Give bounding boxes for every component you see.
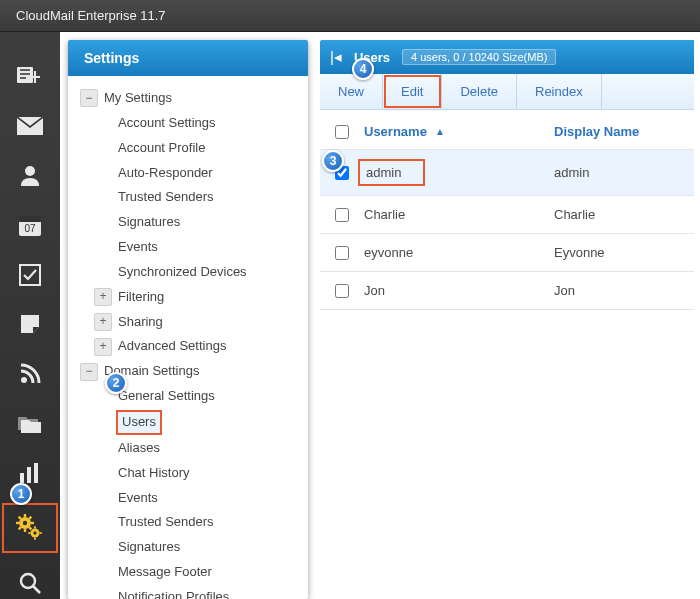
svg-line-20 <box>29 517 31 519</box>
svg-rect-6 <box>20 265 40 285</box>
svg-text:07: 07 <box>24 223 36 234</box>
cell-username: Charlie <box>364 207 554 222</box>
reindex-button[interactable]: Reindex <box>517 74 602 109</box>
main-panel: |◂ Users 4 users, 0 / 10240 Size(MB) New… <box>320 40 694 599</box>
table-row[interactable]: admin admin <box>320 150 694 196</box>
callout-4: 4 <box>352 58 374 80</box>
column-display-name[interactable]: Display Name <box>554 124 694 139</box>
tree-item-users[interactable]: Users <box>76 409 300 436</box>
svg-rect-8 <box>20 473 24 483</box>
notes-icon <box>19 313 41 335</box>
rail-contacts[interactable] <box>12 159 48 191</box>
cell-display-name: Eyvonne <box>554 245 694 260</box>
tree-item-advanced-settings[interactable]: +Advanced Settings <box>76 334 300 359</box>
table-row[interactable]: Charlie Charlie <box>320 196 694 234</box>
svg-line-17 <box>19 517 21 519</box>
tree-item-account-profile[interactable]: Account Profile <box>76 136 300 161</box>
svg-line-18 <box>29 527 31 529</box>
tree-item-filtering[interactable]: +Filtering <box>76 285 300 310</box>
cell-display-name: admin <box>554 165 694 180</box>
settings-tree: − My Settings Account Settings Account P… <box>68 76 308 599</box>
table-row[interactable]: eyvonne Eyvonne <box>320 234 694 272</box>
cell-display-name: Charlie <box>554 207 694 222</box>
rss-icon <box>19 363 41 385</box>
contacts-icon <box>19 164 41 186</box>
svg-rect-4 <box>19 216 41 222</box>
rail-tasks[interactable] <box>12 259 48 291</box>
app-titlebar: CloudMail Enterprise 11.7 <box>0 0 700 32</box>
rail-search[interactable] <box>12 567 48 599</box>
tree-item-chat-history[interactable]: Chat History <box>76 461 300 486</box>
sidebar-header: Settings <box>68 40 308 76</box>
tree-item-sharing[interactable]: +Sharing <box>76 310 300 335</box>
edit-button[interactable]: Edit <box>383 74 442 109</box>
mail-icon <box>17 117 43 135</box>
settings-icon <box>15 513 45 543</box>
expand-icon[interactable]: + <box>94 313 112 331</box>
svg-rect-9 <box>27 467 31 483</box>
row-checkbox[interactable] <box>335 208 349 222</box>
collapse-panel-icon[interactable]: |◂ <box>330 48 342 66</box>
tree-item-aliases[interactable]: Aliases <box>76 436 300 461</box>
app-title: CloudMail Enterprise 11.7 <box>16 8 166 23</box>
reports-icon <box>19 463 41 483</box>
filestorage-icon <box>18 414 42 434</box>
sort-asc-icon: ▲ <box>435 126 445 137</box>
tree-item-message-footer[interactable]: Message Footer <box>76 560 300 585</box>
main-header: |◂ Users 4 users, 0 / 10240 Size(MB) <box>320 40 694 74</box>
svg-line-19 <box>19 527 21 529</box>
svg-point-27 <box>21 574 35 588</box>
rail-compose[interactable] <box>12 60 48 92</box>
tree-section-label: My Settings <box>104 89 172 108</box>
svg-line-28 <box>33 586 40 593</box>
table-row[interactable]: Jon Jon <box>320 272 694 310</box>
svg-point-22 <box>33 532 36 535</box>
tree-item-account-settings[interactable]: Account Settings <box>76 111 300 136</box>
main-meta: 4 users, 0 / 10240 Size(MB) <box>402 49 556 65</box>
tree-item-notification-profiles[interactable]: Notification Profiles <box>76 585 300 599</box>
expand-icon[interactable]: + <box>94 288 112 306</box>
svg-point-12 <box>23 521 27 525</box>
cell-username: eyvonne <box>364 245 554 260</box>
search-icon <box>19 572 41 594</box>
svg-point-7 <box>21 377 27 383</box>
table-header: Username ▲ Display Name <box>320 110 694 150</box>
row-checkbox[interactable] <box>335 246 349 260</box>
callout-2: 2 <box>105 372 127 394</box>
column-username[interactable]: Username ▲ <box>364 124 554 139</box>
row-checkbox[interactable] <box>335 284 349 298</box>
calendar-icon: 07 <box>18 213 42 237</box>
tree-item-trusted-senders-domain[interactable]: Trusted Senders <box>76 510 300 535</box>
rail-rss[interactable] <box>12 358 48 390</box>
svg-rect-10 <box>34 463 38 483</box>
rail-notes[interactable] <box>12 308 48 340</box>
tasks-icon <box>19 264 41 286</box>
cell-username: Jon <box>364 283 554 298</box>
settings-sidebar: Settings − My Settings Account Settings … <box>68 40 308 599</box>
tree-item-trusted-senders[interactable]: Trusted Senders <box>76 185 300 210</box>
tree-item-auto-responder[interactable]: Auto-Responder <box>76 161 300 186</box>
rail-files[interactable] <box>12 408 48 440</box>
collapse-icon[interactable]: − <box>80 89 98 107</box>
callout-1: 1 <box>10 483 32 505</box>
rail-settings[interactable] <box>6 507 54 549</box>
expand-icon[interactable]: + <box>94 338 112 356</box>
rail-mail[interactable] <box>12 110 48 142</box>
collapse-icon[interactable]: − <box>80 363 98 381</box>
tree-item-events-domain[interactable]: Events <box>76 486 300 511</box>
users-toolbar: New Edit Delete Reindex <box>320 74 694 110</box>
delete-button[interactable]: Delete <box>442 74 517 109</box>
cell-username: admin <box>364 161 554 184</box>
rail-calendar[interactable]: 07 <box>12 209 48 241</box>
select-all-checkbox[interactable] <box>335 125 349 139</box>
nav-rail: 07 <box>0 32 60 599</box>
tree-item-signatures-domain[interactable]: Signatures <box>76 535 300 560</box>
new-button[interactable]: New <box>320 74 383 109</box>
cell-display-name: Jon <box>554 283 694 298</box>
tree-item-events[interactable]: Events <box>76 235 300 260</box>
tree-item-synchronized-devices[interactable]: Synchronized Devices <box>76 260 300 285</box>
svg-point-2 <box>25 166 35 176</box>
tree-section-my-settings[interactable]: − My Settings <box>76 86 300 111</box>
callout-3: 3 <box>322 150 344 172</box>
tree-item-signatures[interactable]: Signatures <box>76 210 300 235</box>
